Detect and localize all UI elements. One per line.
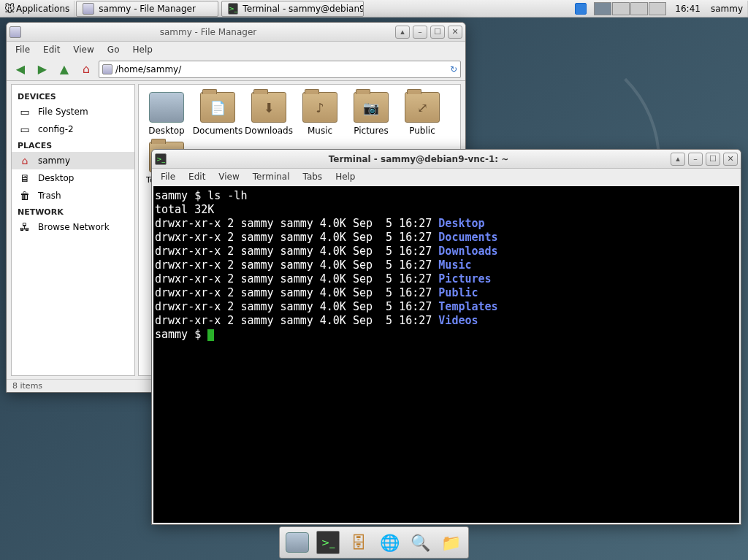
terminal-content[interactable]: sammy $ ls -lh total 32K drwxr-xr-x 2 sa… bbox=[153, 186, 739, 523]
workspace-2[interactable] bbox=[612, 2, 630, 15]
fm-title: sammy - File Manager bbox=[24, 27, 392, 37]
magnifier-icon: 🔍 bbox=[411, 534, 430, 552]
term-menu-terminal[interactable]: Terminal bbox=[247, 170, 296, 183]
folder-desktop[interactable]: Desktop bbox=[146, 92, 187, 136]
terminal-icon: >_ bbox=[228, 3, 238, 15]
term-maximize-button[interactable]: ☐ bbox=[706, 153, 720, 166]
drive-icon: ▭ bbox=[18, 123, 32, 136]
fm-menubar: File Edit View Go Help bbox=[7, 42, 465, 58]
drive-icon: ▭ bbox=[18, 105, 32, 118]
taskbar-item-terminal[interactable]: >_ Terminal - sammy@debian9-vnc... bbox=[221, 1, 364, 17]
applications-menu[interactable]: Applications bbox=[0, 1, 75, 17]
refresh-icon[interactable]: ↻ bbox=[450, 64, 457, 74]
network-icon: 🖧 bbox=[18, 220, 32, 234]
desktop-icon bbox=[286, 532, 309, 553]
xfce-icon bbox=[4, 3, 16, 15]
terminal-window-icon: >_ bbox=[155, 153, 167, 165]
sb-header-devices: DEVICES bbox=[12, 89, 134, 103]
workspace-4[interactable] bbox=[649, 2, 666, 15]
desktop-icon: 🖥 bbox=[18, 172, 32, 185]
applications-label: Applications bbox=[16, 4, 69, 14]
fm-maximize-button[interactable]: ☐ bbox=[430, 26, 445, 39]
user-menu[interactable]: sammy bbox=[706, 1, 748, 17]
fm-menu-view[interactable]: View bbox=[67, 43, 99, 56]
dock-show-desktop[interactable] bbox=[284, 529, 310, 556]
term-menu-file[interactable]: File bbox=[155, 170, 181, 183]
workspace-1[interactable] bbox=[594, 2, 611, 15]
dock-files[interactable]: 🗄 bbox=[346, 529, 372, 556]
term-menubar: File Edit View Terminal Tabs Help bbox=[152, 169, 741, 185]
sidebar-item-network[interactable]: 🖧Browse Network bbox=[12, 218, 134, 236]
folder-pictures[interactable]: 📷Pictures bbox=[351, 92, 392, 136]
terminal-icon: >_ bbox=[316, 531, 340, 554]
term-close-button[interactable]: ✕ bbox=[723, 153, 738, 166]
fm-sidebar: DEVICES ▭File System ▭config-2 PLACES ⌂s… bbox=[11, 84, 135, 376]
desktop-folder-icon bbox=[149, 92, 184, 123]
top-panel: Applications sammy - File Manager >_ Ter… bbox=[0, 0, 748, 18]
term-titlebar[interactable]: >_ Terminal - sammy@debian9-vnc-1: ~ ▴ –… bbox=[152, 150, 741, 169]
fm-minimize-button[interactable]: – bbox=[413, 26, 427, 39]
documents-folder-icon: 📄 bbox=[200, 92, 235, 123]
nav-back-button[interactable]: ◀ bbox=[11, 60, 30, 79]
workspace-pager[interactable] bbox=[591, 2, 669, 15]
workspace-3[interactable] bbox=[630, 2, 648, 15]
nav-up-button[interactable]: ▲ bbox=[55, 60, 74, 79]
sidebar-item-trash[interactable]: 🗑Trash bbox=[12, 187, 134, 204]
fm-close-button[interactable]: ✕ bbox=[448, 26, 462, 39]
term-minimize-button[interactable]: – bbox=[688, 153, 703, 166]
term-menu-edit[interactable]: Edit bbox=[183, 170, 211, 183]
folder-icon bbox=[102, 64, 112, 74]
sb-header-network: NETWORK bbox=[12, 204, 134, 218]
fm-titlebar[interactable]: sammy - File Manager ▴ – ☐ ✕ bbox=[7, 23, 465, 42]
fm-window-icon bbox=[9, 26, 21, 38]
term-shade-button[interactable]: ▴ bbox=[671, 153, 685, 166]
fm-menu-edit[interactable]: Edit bbox=[37, 43, 66, 56]
music-folder-icon: ♪ bbox=[302, 92, 337, 123]
home-icon: ⌂ bbox=[18, 154, 32, 167]
nav-forward-button[interactable]: ▶ bbox=[33, 60, 52, 79]
sb-header-places: PLACES bbox=[12, 138, 134, 152]
public-folder-icon: ⤢ bbox=[405, 92, 440, 123]
term-menu-help[interactable]: Help bbox=[329, 170, 361, 183]
dock-browser[interactable]: 🌐 bbox=[376, 529, 402, 556]
dock: >_ 🗄 🌐 🔍 📁 bbox=[279, 526, 469, 559]
terminal-window: >_ Terminal - sammy@debian9-vnc-1: ~ ▴ –… bbox=[151, 149, 741, 525]
taskbar-item-filemanager[interactable]: sammy - File Manager bbox=[76, 1, 218, 17]
folder-public[interactable]: ⤢Public bbox=[402, 92, 443, 136]
term-title: Terminal - sammy@debian9-vnc-1: ~ bbox=[169, 154, 668, 164]
path-text: /home/sammy/ bbox=[115, 64, 181, 74]
dock-terminal[interactable]: >_ bbox=[315, 529, 341, 556]
pictures-folder-icon: 📷 bbox=[354, 92, 389, 123]
term-menu-tabs[interactable]: Tabs bbox=[297, 170, 329, 183]
sidebar-item-sammy[interactable]: ⌂sammy bbox=[12, 152, 134, 169]
fm-shade-button[interactable]: ▴ bbox=[395, 26, 410, 39]
nav-home-button[interactable]: ⌂ bbox=[77, 60, 96, 79]
trash-icon: 🗑 bbox=[18, 189, 32, 202]
sidebar-item-filesystem[interactable]: ▭File System bbox=[12, 103, 134, 120]
dock-folder[interactable]: 📁 bbox=[438, 529, 464, 556]
fm-menu-help[interactable]: Help bbox=[126, 43, 158, 56]
folder-downloads[interactable]: ⬇Downloads bbox=[248, 92, 289, 136]
fm-toolbar: ◀ ▶ ▲ ⌂ /home/sammy/ ↻ bbox=[7, 58, 465, 81]
fm-menu-file[interactable]: File bbox=[9, 43, 36, 56]
folder-music[interactable]: ♪Music bbox=[299, 92, 340, 136]
filemanager-icon bbox=[83, 3, 94, 15]
fm-menu-go[interactable]: Go bbox=[102, 43, 126, 56]
panel-tray bbox=[570, 3, 591, 15]
tray-icon[interactable] bbox=[575, 3, 587, 15]
term-menu-view[interactable]: View bbox=[213, 170, 245, 183]
path-bar[interactable]: /home/sammy/ ↻ bbox=[99, 61, 461, 78]
dock-search[interactable]: 🔍 bbox=[407, 529, 433, 556]
downloads-folder-icon: ⬇ bbox=[251, 92, 286, 123]
folder-documents[interactable]: 📄Documents bbox=[197, 92, 238, 136]
sidebar-item-desktop[interactable]: 🖥Desktop bbox=[12, 169, 134, 187]
sidebar-item-config2[interactable]: ▭config-2 bbox=[12, 120, 134, 138]
clock[interactable]: 16:41 bbox=[669, 4, 706, 14]
